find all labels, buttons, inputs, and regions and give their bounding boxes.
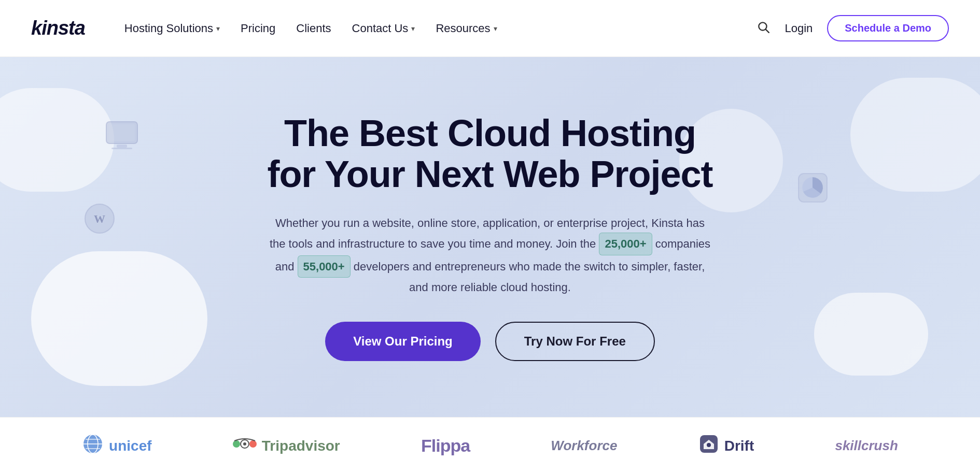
- view-pricing-button[interactable]: View Our Pricing: [325, 322, 481, 361]
- nav-right: Login Schedule a Demo: [757, 15, 949, 41]
- decorative-blob-2: [31, 251, 207, 386]
- decorative-blob-4: [850, 78, 980, 192]
- svg-rect-3: [117, 145, 127, 148]
- svg-rect-4: [111, 148, 132, 149]
- monitor-icon: [104, 119, 140, 150]
- nav-item-pricing[interactable]: Pricing: [232, 18, 284, 39]
- logo-unicef[interactable]: unicef: [82, 433, 151, 458]
- unicef-globe-icon: [82, 433, 104, 458]
- hero-section: W The Best Cloud Hosting for Your Next W…: [0, 57, 980, 417]
- svg-point-17: [243, 442, 246, 446]
- companies-count-badge: 25,000+: [599, 233, 652, 255]
- chevron-down-icon: ▾: [411, 24, 415, 33]
- navbar: kinsta Hosting Solutions ▾ Pricing Clien…: [0, 0, 980, 57]
- nav-links: Hosting Solutions ▾ Pricing Clients Cont…: [116, 18, 757, 39]
- logo-tripadvisor[interactable]: Tripadvisor: [233, 436, 340, 456]
- svg-rect-5: [109, 124, 135, 141]
- login-link[interactable]: Login: [785, 22, 813, 35]
- pie-chart-icon: [796, 171, 830, 205]
- wordpress-icon: W: [83, 202, 117, 236]
- svg-text:W: W: [94, 212, 105, 225]
- hero-subtitle: Whether you run a website, online store,…: [267, 213, 713, 297]
- decorative-blob-5: [814, 293, 928, 376]
- schedule-demo-button[interactable]: Schedule a Demo: [827, 15, 949, 41]
- logos-bar: unicef Tripadvisor Flippa Workforce: [0, 417, 980, 474]
- developers-count-badge: 55,000+: [298, 255, 351, 278]
- drift-icon: [698, 434, 719, 458]
- hero-title: The Best Cloud Hosting for Your Next Web…: [267, 113, 713, 195]
- hero-content: The Best Cloud Hosting for Your Next Web…: [267, 113, 713, 372]
- svg-point-19: [707, 443, 711, 447]
- hero-buttons: View Our Pricing Try Now For Free: [267, 322, 713, 361]
- tripadvisor-icon: [233, 436, 257, 456]
- svg-line-1: [766, 29, 769, 32]
- try-now-button[interactable]: Try Now For Free: [495, 322, 655, 361]
- nav-item-contact-us[interactable]: Contact Us ▾: [344, 18, 424, 39]
- nav-item-hosting-solutions[interactable]: Hosting Solutions ▾: [116, 18, 228, 39]
- chevron-down-icon: ▾: [216, 24, 220, 33]
- svg-point-14: [233, 440, 240, 448]
- search-icon[interactable]: [757, 20, 770, 37]
- logo[interactable]: kinsta: [31, 17, 85, 39]
- svg-point-15: [249, 440, 257, 448]
- decorative-blob-1: [0, 88, 114, 192]
- nav-item-clients[interactable]: Clients: [288, 18, 339, 39]
- logo-flippa[interactable]: Flippa: [421, 436, 470, 456]
- logo-drift[interactable]: Drift: [698, 434, 754, 458]
- logo-skillcrush[interactable]: skillcrush: [835, 438, 898, 454]
- logo-workforce[interactable]: Workforce: [551, 438, 617, 454]
- nav-item-resources[interactable]: Resources ▾: [427, 18, 505, 39]
- chevron-down-icon: ▾: [494, 24, 497, 33]
